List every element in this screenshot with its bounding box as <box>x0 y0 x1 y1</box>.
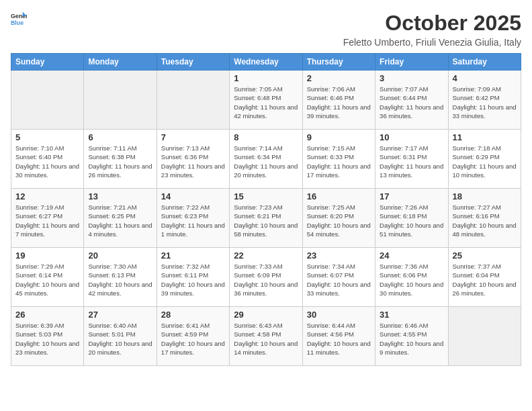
header-monday: Monday <box>84 54 157 71</box>
title-area: October 2025 Feletto Umberto, Friuli Ven… <box>343 11 521 48</box>
day-info: Sunrise: 7:19 AM Sunset: 6:27 PM Dayligh… <box>15 203 79 238</box>
calendar-cell: 31Sunrise: 6:46 AM Sunset: 4:55 PM Dayli… <box>375 307 448 366</box>
day-number: 24 <box>380 250 443 261</box>
calendar-cell: 3Sunrise: 7:07 AM Sunset: 6:44 PM Daylig… <box>375 71 448 130</box>
day-number: 20 <box>88 250 152 261</box>
calendar-cell: 26Sunrise: 6:39 AM Sunset: 5:03 PM Dayli… <box>11 307 84 366</box>
calendar-cell: 15Sunrise: 7:23 AM Sunset: 6:21 PM Dayli… <box>230 189 302 248</box>
svg-text:Blue: Blue <box>11 19 24 26</box>
week-row-2: 12Sunrise: 7:19 AM Sunset: 6:27 PM Dayli… <box>11 189 521 248</box>
day-number: 14 <box>161 191 225 201</box>
calendar-cell: 4Sunrise: 7:09 AM Sunset: 6:42 PM Daylig… <box>448 71 521 130</box>
day-info: Sunrise: 7:13 AM Sunset: 6:36 PM Dayligh… <box>161 144 225 179</box>
day-info: Sunrise: 7:10 AM Sunset: 6:40 PM Dayligh… <box>15 144 79 179</box>
day-number: 31 <box>380 310 443 320</box>
day-number: 12 <box>15 191 79 201</box>
days-header-row: Sunday Monday Tuesday Wednesday Thursday… <box>11 54 521 71</box>
day-info: Sunrise: 6:41 AM Sunset: 4:59 PM Dayligh… <box>161 321 225 357</box>
calendar-cell: 8Sunrise: 7:14 AM Sunset: 6:34 PM Daylig… <box>230 130 302 189</box>
day-info: Sunrise: 7:30 AM Sunset: 6:13 PM Dayligh… <box>88 262 152 298</box>
calendar-cell: 1Sunrise: 7:05 AM Sunset: 6:48 PM Daylig… <box>230 71 302 130</box>
day-number: 8 <box>234 132 298 142</box>
day-info: Sunrise: 7:22 AM Sunset: 6:23 PM Dayligh… <box>161 203 225 238</box>
day-info: Sunrise: 6:39 AM Sunset: 5:03 PM Dayligh… <box>15 321 79 357</box>
calendar-cell: 22Sunrise: 7:33 AM Sunset: 6:09 PM Dayli… <box>230 248 302 307</box>
header-wednesday: Wednesday <box>230 54 302 71</box>
day-number: 15 <box>234 191 298 201</box>
day-number: 11 <box>453 132 517 142</box>
day-info: Sunrise: 7:15 AM Sunset: 6:33 PM Dayligh… <box>307 144 371 179</box>
calendar-cell: 17Sunrise: 7:26 AM Sunset: 6:18 PM Dayli… <box>375 189 448 248</box>
day-info: Sunrise: 7:05 AM Sunset: 6:48 PM Dayligh… <box>234 85 298 120</box>
day-number: 18 <box>453 191 517 201</box>
calendar-cell: 24Sunrise: 7:36 AM Sunset: 6:06 PM Dayli… <box>375 248 448 307</box>
calendar-cell: 9Sunrise: 7:15 AM Sunset: 6:33 PM Daylig… <box>302 130 375 189</box>
header-thursday: Thursday <box>302 54 375 71</box>
day-number: 30 <box>307 310 371 320</box>
calendar-cell <box>84 71 157 130</box>
calendar-cell: 19Sunrise: 7:29 AM Sunset: 6:14 PM Dayli… <box>11 248 84 307</box>
calendar-table: Sunday Monday Tuesday Wednesday Thursday… <box>11 53 521 366</box>
day-info: Sunrise: 6:46 AM Sunset: 4:55 PM Dayligh… <box>380 321 443 357</box>
calendar-cell: 13Sunrise: 7:21 AM Sunset: 6:25 PM Dayli… <box>84 189 157 248</box>
day-number: 27 <box>88 310 152 320</box>
logo: General Blue <box>11 11 27 27</box>
week-row-3: 19Sunrise: 7:29 AM Sunset: 6:14 PM Dayli… <box>11 248 521 307</box>
day-info: Sunrise: 7:29 AM Sunset: 6:14 PM Dayligh… <box>15 262 79 298</box>
calendar-cell <box>157 71 229 130</box>
calendar-cell: 21Sunrise: 7:32 AM Sunset: 6:11 PM Dayli… <box>157 248 229 307</box>
calendar-cell: 27Sunrise: 6:40 AM Sunset: 5:01 PM Dayli… <box>84 307 157 366</box>
day-number: 4 <box>453 73 517 83</box>
calendar-cell: 16Sunrise: 7:25 AM Sunset: 6:20 PM Dayli… <box>302 189 375 248</box>
day-number: 7 <box>161 132 225 142</box>
day-info: Sunrise: 7:07 AM Sunset: 6:44 PM Dayligh… <box>380 85 443 120</box>
logo-icon: General Blue <box>11 11 27 27</box>
day-info: Sunrise: 7:18 AM Sunset: 6:29 PM Dayligh… <box>453 144 517 179</box>
header-saturday: Saturday <box>448 54 521 71</box>
calendar-cell: 11Sunrise: 7:18 AM Sunset: 6:29 PM Dayli… <box>448 130 521 189</box>
day-number: 10 <box>380 132 443 142</box>
calendar-subtitle: Feletto Umberto, Friuli Venezia Giulia, … <box>343 37 521 48</box>
calendar-title: October 2025 <box>343 11 521 36</box>
day-number: 2 <box>307 73 371 83</box>
day-info: Sunrise: 6:44 AM Sunset: 4:56 PM Dayligh… <box>307 321 371 357</box>
day-number: 25 <box>453 250 517 261</box>
day-number: 13 <box>88 191 152 201</box>
calendar-cell: 28Sunrise: 6:41 AM Sunset: 4:59 PM Dayli… <box>157 307 229 366</box>
header-friday: Friday <box>375 54 448 71</box>
day-info: Sunrise: 6:40 AM Sunset: 5:01 PM Dayligh… <box>88 321 152 357</box>
calendar-cell: 14Sunrise: 7:22 AM Sunset: 6:23 PM Dayli… <box>157 189 229 248</box>
day-info: Sunrise: 7:06 AM Sunset: 6:46 PM Dayligh… <box>307 85 371 120</box>
day-number: 17 <box>380 191 443 201</box>
week-row-0: 1Sunrise: 7:05 AM Sunset: 6:48 PM Daylig… <box>11 71 521 130</box>
header-sunday: Sunday <box>11 54 84 71</box>
day-info: Sunrise: 7:14 AM Sunset: 6:34 PM Dayligh… <box>234 144 298 179</box>
day-info: Sunrise: 7:11 AM Sunset: 6:38 PM Dayligh… <box>88 144 152 179</box>
week-row-1: 5Sunrise: 7:10 AM Sunset: 6:40 PM Daylig… <box>11 130 521 189</box>
calendar-cell: 2Sunrise: 7:06 AM Sunset: 6:46 PM Daylig… <box>302 71 375 130</box>
day-number: 9 <box>307 132 371 142</box>
day-number: 6 <box>88 132 152 142</box>
header-tuesday: Tuesday <box>157 54 229 71</box>
calendar-cell: 18Sunrise: 7:27 AM Sunset: 6:16 PM Dayli… <box>448 189 521 248</box>
header: General Blue October 2025 Feletto Umbert… <box>11 11 521 48</box>
day-number: 23 <box>307 250 371 261</box>
calendar-cell: 20Sunrise: 7:30 AM Sunset: 6:13 PM Dayli… <box>84 248 157 307</box>
day-info: Sunrise: 7:36 AM Sunset: 6:06 PM Dayligh… <box>380 262 443 298</box>
calendar-cell: 30Sunrise: 6:44 AM Sunset: 4:56 PM Dayli… <box>302 307 375 366</box>
calendar-cell: 25Sunrise: 7:37 AM Sunset: 6:04 PM Dayli… <box>448 248 521 307</box>
day-info: Sunrise: 7:34 AM Sunset: 6:07 PM Dayligh… <box>307 262 371 298</box>
day-number: 19 <box>15 250 79 261</box>
day-info: Sunrise: 7:26 AM Sunset: 6:18 PM Dayligh… <box>380 203 443 238</box>
day-number: 1 <box>234 73 298 83</box>
calendar-cell: 10Sunrise: 7:17 AM Sunset: 6:31 PM Dayli… <box>375 130 448 189</box>
day-number: 22 <box>234 250 298 261</box>
day-info: Sunrise: 7:09 AM Sunset: 6:42 PM Dayligh… <box>453 85 517 120</box>
calendar-cell <box>448 307 521 366</box>
calendar-cell: 7Sunrise: 7:13 AM Sunset: 6:36 PM Daylig… <box>157 130 229 189</box>
day-number: 16 <box>307 191 371 201</box>
day-number: 28 <box>161 310 225 320</box>
day-number: 21 <box>161 250 225 261</box>
day-number: 3 <box>380 73 443 83</box>
week-row-4: 26Sunrise: 6:39 AM Sunset: 5:03 PM Dayli… <box>11 307 521 366</box>
